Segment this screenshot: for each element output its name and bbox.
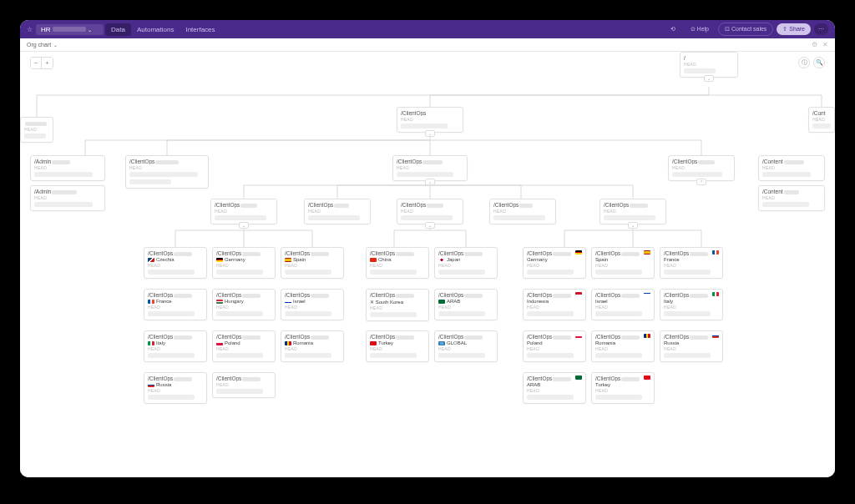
flag-icon bbox=[575, 334, 582, 338]
node-country[interactable]: /ClientOps Romania HEAD bbox=[281, 330, 344, 362]
flag-icon bbox=[285, 341, 291, 345]
node-title: / bbox=[684, 55, 686, 61]
flag-icon bbox=[370, 258, 377, 262]
node-country[interactable]: /ClientOps Turkey HEAD bbox=[591, 372, 655, 404]
view-name[interactable]: Org chart bbox=[27, 42, 51, 48]
node-content-partial[interactable]: /Cont HEAD bbox=[808, 107, 835, 133]
node-partial[interactable]: HEAD bbox=[20, 117, 53, 143]
more-button[interactable]: ⋯ bbox=[814, 23, 828, 35]
node-country[interactable]: /ClientOps France HEAD bbox=[660, 247, 723, 279]
node-country[interactable]: /ClientOps ARAB HEAD bbox=[434, 289, 498, 320]
flag-icon bbox=[575, 375, 582, 380]
node-country[interactable]: /ClientOps Russia HEAD bbox=[144, 372, 207, 404]
share-button[interactable]: ⇧ Share bbox=[777, 23, 811, 35]
flag-icon bbox=[438, 258, 445, 262]
node-country[interactable]: /ClientOps GLOBAL HEAD bbox=[434, 330, 498, 362]
node-clientops-c[interactable]: /ClientOps HEAD ⌃ bbox=[668, 155, 735, 181]
tab-automations[interactable]: Automations bbox=[131, 23, 180, 36]
flag-icon bbox=[148, 383, 154, 387]
node-country[interactable]: /ClientOps HEAD bbox=[212, 372, 276, 398]
flag-icon bbox=[216, 258, 223, 262]
expand-icon[interactable]: ⌃ bbox=[696, 179, 706, 185]
canvas-tools: ⓘ 🔍 bbox=[798, 57, 825, 68]
zoom-out-button[interactable]: − bbox=[31, 58, 42, 68]
node-clientops-a[interactable]: /ClientOps HEAD bbox=[125, 155, 209, 189]
flag-icon bbox=[712, 292, 719, 296]
node-country[interactable]: /ClientOps Russia HEAD bbox=[660, 330, 723, 362]
node-country[interactable]: /ClientOps ✕ South Korea HEAD bbox=[366, 289, 429, 321]
flag-icon bbox=[712, 250, 719, 255]
zoom-control: − + bbox=[30, 57, 53, 69]
node-country[interactable]: /ClientOps Germany HEAD bbox=[212, 247, 276, 279]
flag-icon bbox=[370, 341, 377, 345]
node-country[interactable]: /ClientOps Spain HEAD bbox=[281, 247, 344, 279]
flag-icon bbox=[575, 250, 582, 255]
node-country[interactable]: /ClientOps Romania HEAD bbox=[591, 330, 655, 362]
expand-icon[interactable]: ⌄ bbox=[628, 222, 638, 229]
chevron-down-icon[interactable]: ⌄ bbox=[53, 42, 58, 48]
node-content-b[interactable]: /Content HEAD bbox=[758, 185, 825, 211]
head-value bbox=[684, 68, 716, 73]
search-icon[interactable]: 🔍 bbox=[813, 57, 825, 68]
node-country[interactable]: /ClientOps Poland HEAD bbox=[212, 330, 276, 362]
node-country[interactable]: /ClientOps Hungary HEAD bbox=[212, 289, 276, 320]
view-bar: Org chart ⌄ ⚙ ✕ bbox=[20, 38, 835, 52]
flag-icon bbox=[148, 258, 154, 262]
node-country[interactable]: /ClientOps Czechia HEAD bbox=[144, 247, 207, 279]
node-country[interactable]: /ClientOps ARAB HEAD bbox=[523, 372, 586, 404]
node-clientops[interactable]: /ClientOps HEAD ⌄ bbox=[397, 107, 463, 133]
app-window: ☆ HR ⌄ Data Automations Interfaces ⟲ ⊙ H… bbox=[20, 20, 835, 477]
node-l3-e[interactable]: /ClientOpsHEAD⌄ bbox=[600, 199, 666, 224]
flag-icon bbox=[216, 300, 223, 304]
flag-icon bbox=[644, 334, 650, 338]
node-l3-b[interactable]: /ClientOpsHEAD bbox=[304, 199, 371, 224]
node-l3-d[interactable]: /ClientOpsHEAD bbox=[489, 199, 556, 224]
tab-data[interactable]: Data bbox=[105, 23, 131, 36]
contact-sales-button[interactable]: ⊡ Contact sales bbox=[718, 23, 773, 36]
info-icon[interactable]: ⓘ bbox=[798, 57, 810, 68]
flag-icon bbox=[712, 334, 719, 338]
node-clientops-b[interactable]: /ClientOps HEAD ⌄ bbox=[392, 155, 468, 181]
expand-icon[interactable]: ⌄ bbox=[425, 130, 435, 137]
node-country[interactable]: /ClientOps Turkey HEAD bbox=[366, 330, 429, 362]
expand-icon[interactable]: ⌄ bbox=[704, 75, 714, 82]
flag-icon bbox=[438, 300, 445, 304]
flag-icon bbox=[644, 250, 650, 255]
flag-icon bbox=[285, 300, 291, 304]
help-button[interactable]: ⊙ Help bbox=[685, 23, 715, 35]
node-country[interactable]: /ClientOps Israel HEAD bbox=[281, 289, 344, 320]
node-root[interactable]: / HEAD ⌄ bbox=[680, 52, 738, 78]
workspace-title[interactable]: HR ⌄ bbox=[36, 24, 104, 35]
tab-interfaces[interactable]: Interfaces bbox=[180, 23, 220, 36]
flag-icon bbox=[575, 292, 582, 296]
node-country[interactable]: /ClientOps China HEAD bbox=[366, 247, 429, 279]
gear-icon[interactable]: ⚙ bbox=[812, 41, 817, 48]
flag-icon bbox=[148, 341, 154, 345]
node-admin-b[interactable]: /Admin HEAD bbox=[30, 185, 105, 211]
expand-icon[interactable]: ⌄ bbox=[425, 222, 435, 229]
org-chart-canvas[interactable]: − + ⓘ 🔍 / HEAD ⌄ HEA bbox=[20, 52, 835, 477]
node-country[interactable]: /ClientOps Indonesia HEAD bbox=[523, 289, 586, 320]
zoom-in-button[interactable]: + bbox=[42, 58, 53, 68]
node-admin-a[interactable]: /Admin HEAD bbox=[30, 155, 105, 181]
node-country[interactable]: /ClientOps France HEAD bbox=[144, 289, 207, 320]
flag-icon bbox=[644, 292, 650, 296]
node-l3-a[interactable]: /ClientOpsHEAD⌄ bbox=[210, 199, 277, 224]
flag-icon bbox=[285, 258, 291, 262]
history-button[interactable]: ⟲ bbox=[665, 23, 681, 35]
close-icon[interactable]: ✕ bbox=[822, 41, 828, 48]
expand-icon[interactable]: ⌄ bbox=[425, 179, 435, 185]
node-country[interactable]: /ClientOps Italy HEAD bbox=[144, 330, 207, 362]
node-country[interactable]: /ClientOps Japan HEAD bbox=[434, 247, 498, 279]
node-country[interactable]: /ClientOps Spain HEAD bbox=[591, 247, 655, 279]
expand-icon[interactable]: ⌄ bbox=[239, 222, 249, 229]
star-icon[interactable]: ☆ bbox=[27, 26, 33, 33]
node-country[interactable]: /ClientOps Poland HEAD bbox=[523, 330, 586, 362]
node-content-a[interactable]: /Content HEAD bbox=[758, 155, 825, 181]
topbar: ☆ HR ⌄ Data Automations Interfaces ⟲ ⊙ H… bbox=[20, 20, 835, 38]
node-l3-c[interactable]: /ClientOpsHEAD⌄ bbox=[397, 199, 463, 224]
node-country[interactable]: /ClientOps Germany HEAD bbox=[523, 247, 586, 279]
flag-icon bbox=[148, 300, 154, 304]
node-country[interactable]: /ClientOps Israel HEAD bbox=[591, 289, 655, 320]
node-country[interactable]: /ClientOps Italy HEAD bbox=[660, 289, 723, 320]
